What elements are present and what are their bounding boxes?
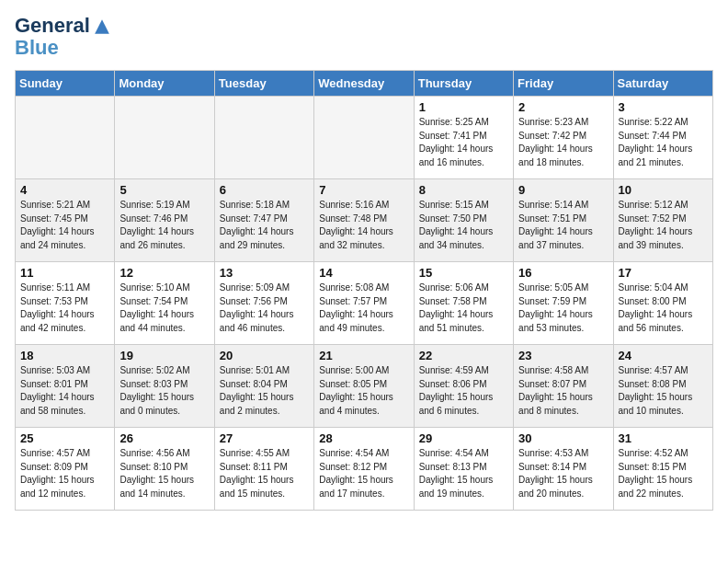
day-number: 4 bbox=[20, 183, 109, 197]
logo: GeneralBlue bbox=[15, 15, 112, 59]
day-detail: Sunrise: 5:00 AM Sunset: 8:05 PM Dayligh… bbox=[319, 364, 408, 418]
weekday-header-sunday: Sunday bbox=[16, 71, 115, 97]
calendar-cell: 1Sunrise: 5:25 AM Sunset: 7:41 PM Daylig… bbox=[414, 97, 513, 179]
calendar-cell: 16Sunrise: 5:05 AM Sunset: 7:59 PM Dayli… bbox=[514, 262, 613, 345]
day-detail: Sunrise: 5:03 AM Sunset: 8:01 PM Dayligh… bbox=[20, 364, 109, 418]
calendar-cell: 31Sunrise: 4:52 AM Sunset: 8:15 PM Dayli… bbox=[613, 428, 712, 511]
calendar-cell: 5Sunrise: 5:19 AM Sunset: 7:46 PM Daylig… bbox=[115, 179, 214, 262]
day-number: 21 bbox=[319, 349, 408, 362]
calendar-cell: 10Sunrise: 5:12 AM Sunset: 7:52 PM Dayli… bbox=[613, 179, 712, 262]
day-number: 25 bbox=[20, 431, 109, 445]
day-number: 29 bbox=[419, 431, 508, 445]
day-detail: Sunrise: 4:54 AM Sunset: 8:12 PM Dayligh… bbox=[319, 447, 408, 500]
day-detail: Sunrise: 5:05 AM Sunset: 7:59 PM Dayligh… bbox=[518, 282, 608, 335]
calendar-cell: 14Sunrise: 5:08 AM Sunset: 7:57 PM Dayli… bbox=[314, 262, 414, 345]
calendar-cell: 27Sunrise: 4:55 AM Sunset: 8:11 PM Dayli… bbox=[214, 428, 313, 511]
day-number: 11 bbox=[20, 266, 109, 280]
day-number: 30 bbox=[518, 431, 608, 445]
day-number: 26 bbox=[119, 431, 209, 445]
day-number: 10 bbox=[619, 183, 708, 197]
day-number: 6 bbox=[220, 183, 309, 197]
day-detail: Sunrise: 4:58 AM Sunset: 8:07 PM Dayligh… bbox=[518, 364, 608, 418]
calendar-cell: 19Sunrise: 5:02 AM Sunset: 8:03 PM Dayli… bbox=[115, 345, 214, 428]
calendar-cell bbox=[115, 97, 214, 179]
day-detail: Sunrise: 5:19 AM Sunset: 7:46 PM Dayligh… bbox=[119, 199, 209, 252]
week-row-3: 11Sunrise: 5:11 AM Sunset: 7:53 PM Dayli… bbox=[16, 262, 713, 345]
calendar-cell: 9Sunrise: 5:14 AM Sunset: 7:51 PM Daylig… bbox=[514, 179, 613, 262]
logo-blue: Blue bbox=[15, 36, 59, 59]
calendar-cell: 12Sunrise: 5:10 AM Sunset: 7:54 PM Dayli… bbox=[115, 262, 214, 345]
calendar-cell: 15Sunrise: 5:06 AM Sunset: 7:58 PM Dayli… bbox=[414, 262, 513, 345]
day-detail: Sunrise: 4:59 AM Sunset: 8:06 PM Dayligh… bbox=[419, 364, 508, 418]
day-number: 15 bbox=[419, 266, 508, 280]
calendar-cell: 21Sunrise: 5:00 AM Sunset: 8:05 PM Dayli… bbox=[314, 345, 414, 428]
day-detail: Sunrise: 5:04 AM Sunset: 8:00 PM Dayligh… bbox=[619, 282, 708, 335]
weekday-header-friday: Friday bbox=[514, 71, 613, 97]
day-number: 14 bbox=[319, 266, 408, 280]
day-number: 9 bbox=[518, 183, 608, 197]
day-number: 24 bbox=[619, 349, 708, 362]
day-detail: Sunrise: 4:57 AM Sunset: 8:08 PM Dayligh… bbox=[619, 364, 708, 418]
week-row-1: 1Sunrise: 5:25 AM Sunset: 7:41 PM Daylig… bbox=[16, 97, 713, 179]
page-header: GeneralBlue bbox=[15, 15, 713, 59]
calendar-cell: 24Sunrise: 4:57 AM Sunset: 8:08 PM Dayli… bbox=[613, 345, 712, 428]
day-number: 18 bbox=[20, 349, 109, 362]
calendar-cell: 18Sunrise: 5:03 AM Sunset: 8:01 PM Dayli… bbox=[16, 345, 115, 428]
day-number: 27 bbox=[220, 431, 309, 445]
day-detail: Sunrise: 5:14 AM Sunset: 7:51 PM Dayligh… bbox=[518, 199, 608, 252]
calendar-cell bbox=[314, 97, 414, 179]
day-detail: Sunrise: 4:57 AM Sunset: 8:09 PM Dayligh… bbox=[20, 447, 109, 500]
day-detail: Sunrise: 5:06 AM Sunset: 7:58 PM Dayligh… bbox=[419, 282, 508, 335]
day-detail: Sunrise: 5:23 AM Sunset: 7:42 PM Dayligh… bbox=[518, 116, 608, 169]
calendar-cell: 8Sunrise: 5:15 AM Sunset: 7:50 PM Daylig… bbox=[414, 179, 513, 262]
week-row-2: 4Sunrise: 5:21 AM Sunset: 7:45 PM Daylig… bbox=[16, 179, 713, 262]
calendar-cell: 28Sunrise: 4:54 AM Sunset: 8:12 PM Dayli… bbox=[314, 428, 414, 511]
weekday-header-saturday: Saturday bbox=[613, 71, 712, 97]
day-detail: Sunrise: 5:09 AM Sunset: 7:56 PM Dayligh… bbox=[220, 282, 309, 335]
calendar-cell bbox=[16, 97, 115, 179]
day-number: 28 bbox=[319, 431, 408, 445]
day-detail: Sunrise: 4:54 AM Sunset: 8:13 PM Dayligh… bbox=[419, 447, 508, 500]
calendar-cell: 22Sunrise: 4:59 AM Sunset: 8:06 PM Dayli… bbox=[414, 345, 513, 428]
day-number: 8 bbox=[419, 183, 508, 197]
day-detail: Sunrise: 4:53 AM Sunset: 8:14 PM Dayligh… bbox=[518, 447, 608, 500]
calendar-cell: 4Sunrise: 5:21 AM Sunset: 7:45 PM Daylig… bbox=[16, 179, 115, 262]
day-detail: Sunrise: 5:10 AM Sunset: 7:54 PM Dayligh… bbox=[119, 282, 209, 335]
day-number: 23 bbox=[518, 349, 608, 362]
day-detail: Sunrise: 5:08 AM Sunset: 7:57 PM Dayligh… bbox=[319, 282, 408, 335]
calendar-cell: 2Sunrise: 5:23 AM Sunset: 7:42 PM Daylig… bbox=[514, 97, 613, 179]
day-detail: Sunrise: 5:25 AM Sunset: 7:41 PM Dayligh… bbox=[419, 116, 508, 169]
day-number: 7 bbox=[319, 183, 408, 197]
weekday-header-row: SundayMondayTuesdayWednesdayThursdayFrid… bbox=[16, 71, 713, 97]
day-number: 22 bbox=[419, 349, 508, 362]
day-number: 5 bbox=[119, 183, 209, 197]
calendar-cell: 11Sunrise: 5:11 AM Sunset: 7:53 PM Dayli… bbox=[16, 262, 115, 345]
calendar-cell: 20Sunrise: 5:01 AM Sunset: 8:04 PM Dayli… bbox=[214, 345, 313, 428]
day-number: 13 bbox=[220, 266, 309, 280]
calendar-cell: 26Sunrise: 4:56 AM Sunset: 8:10 PM Dayli… bbox=[115, 428, 214, 511]
day-number: 19 bbox=[119, 349, 209, 362]
logo-text: GeneralBlue bbox=[15, 15, 112, 59]
svg-marker-0 bbox=[95, 19, 109, 34]
calendar-cell: 7Sunrise: 5:16 AM Sunset: 7:48 PM Daylig… bbox=[314, 179, 414, 262]
calendar-table: SundayMondayTuesdayWednesdayThursdayFrid… bbox=[15, 70, 713, 511]
calendar-cell: 23Sunrise: 4:58 AM Sunset: 8:07 PM Dayli… bbox=[514, 345, 613, 428]
day-number: 3 bbox=[619, 100, 708, 114]
day-detail: Sunrise: 5:11 AM Sunset: 7:53 PM Dayligh… bbox=[20, 282, 109, 335]
day-number: 12 bbox=[119, 266, 209, 280]
calendar-cell: 6Sunrise: 5:18 AM Sunset: 7:47 PM Daylig… bbox=[214, 179, 313, 262]
day-detail: Sunrise: 5:15 AM Sunset: 7:50 PM Dayligh… bbox=[419, 199, 508, 252]
day-number: 17 bbox=[619, 266, 708, 280]
day-detail: Sunrise: 4:56 AM Sunset: 8:10 PM Dayligh… bbox=[119, 447, 209, 500]
calendar-cell: 17Sunrise: 5:04 AM Sunset: 8:00 PM Dayli… bbox=[613, 262, 712, 345]
calendar-cell: 30Sunrise: 4:53 AM Sunset: 8:14 PM Dayli… bbox=[514, 428, 613, 511]
calendar-cell: 25Sunrise: 4:57 AM Sunset: 8:09 PM Dayli… bbox=[16, 428, 115, 511]
calendar-cell: 13Sunrise: 5:09 AM Sunset: 7:56 PM Dayli… bbox=[214, 262, 313, 345]
day-detail: Sunrise: 4:52 AM Sunset: 8:15 PM Dayligh… bbox=[619, 447, 708, 500]
day-detail: Sunrise: 5:22 AM Sunset: 7:44 PM Dayligh… bbox=[619, 116, 708, 169]
day-number: 16 bbox=[518, 266, 608, 280]
day-number: 2 bbox=[518, 100, 608, 114]
weekday-header-tuesday: Tuesday bbox=[214, 71, 313, 97]
day-number: 20 bbox=[220, 349, 309, 362]
day-detail: Sunrise: 5:16 AM Sunset: 7:48 PM Dayligh… bbox=[319, 199, 408, 252]
